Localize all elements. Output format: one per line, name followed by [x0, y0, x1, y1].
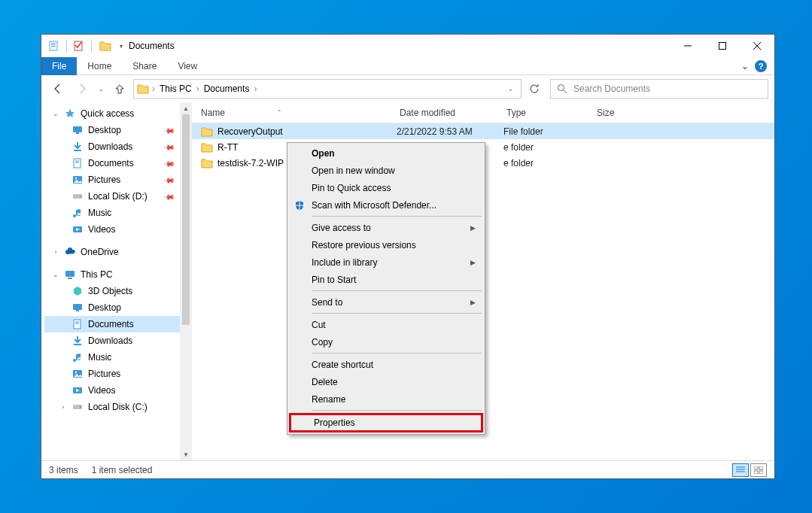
new-folder-qat-icon[interactable] — [71, 38, 87, 54]
sidebar-item-desktop[interactable]: Desktop📌 — [44, 122, 192, 138]
pin-icon: 📌 — [163, 174, 175, 186]
ctx-pin-quick-access[interactable]: Pin to Quick access — [289, 179, 483, 196]
column-type[interactable]: Type — [497, 102, 588, 123]
details-view-icon[interactable] — [732, 463, 749, 477]
address-dropdown-icon[interactable]: ⌄ — [501, 80, 519, 98]
tab-file[interactable]: File — [41, 57, 77, 75]
sidebar-item-documents[interactable]: Documents📌 — [44, 155, 192, 172]
svg-rect-24 — [73, 304, 82, 310]
crumb-sep-icon[interactable]: › — [254, 83, 257, 94]
explorer-window: ▾ Documents File Home Share View ⌄ ? ⌄ ›… — [41, 34, 775, 479]
ctx-pin-start[interactable]: Pin to Start — [289, 271, 483, 288]
sidebar-onedrive[interactable]: ›OneDrive — [44, 244, 192, 260]
large-icons-view-icon[interactable] — [750, 463, 767, 477]
ctx-separator — [312, 410, 482, 411]
ctx-separator — [312, 216, 482, 217]
download-icon — [71, 335, 84, 347]
forward-button[interactable] — [71, 78, 93, 99]
svg-rect-1 — [51, 43, 56, 44]
file-row-recoveryoutput[interactable]: RecoveryOutput 2/21/2022 9:53 AM File fo… — [192, 123, 774, 139]
sidebar-item-music[interactable]: Music — [44, 205, 192, 221]
sidebar-item-pictures-pc[interactable]: Pictures — [44, 366, 192, 382]
nav-pane: ⌄Quick access Desktop📌 Downloads📌 Docume… — [41, 102, 192, 460]
refresh-button[interactable] — [525, 79, 544, 99]
scroll-up-icon[interactable]: ▲ — [180, 102, 192, 114]
sidebar-item-videos[interactable]: Videos — [44, 221, 192, 238]
ctx-open[interactable]: Open — [289, 144, 483, 162]
view-switcher — [732, 463, 767, 477]
sidebar-item-local-disk-c[interactable]: ›Local Disk (C:) — [44, 399, 192, 415]
ctx-scan-defender[interactable]: Scan with Microsoft Defender... — [289, 196, 483, 214]
sidebar-this-pc[interactable]: ⌄This PC — [44, 266, 192, 283]
chevron-right-icon: ▶ — [470, 299, 476, 306]
3d-icon — [71, 285, 84, 297]
properties-qat-icon[interactable] — [46, 38, 62, 54]
ctx-create-shortcut[interactable]: Create shortcut — [289, 356, 483, 373]
sidebar-item-documents-pc[interactable]: Documents — [44, 316, 192, 332]
ribbon-expand-icon[interactable]: ⌄ — [741, 61, 749, 71]
quick-access-toolbar: ▾ — [41, 38, 126, 54]
context-menu: Open Open in new window Pin to Quick acc… — [287, 142, 485, 435]
pin-icon: 📌 — [163, 190, 175, 202]
document-icon — [71, 318, 84, 330]
ctx-separator — [312, 290, 482, 291]
tab-share[interactable]: Share — [122, 57, 167, 75]
tab-home[interactable]: Home — [77, 57, 122, 75]
up-button[interactable] — [109, 78, 130, 99]
sidebar-item-downloads-pc[interactable]: Downloads — [44, 332, 192, 349]
ctx-restore-versions[interactable]: Restore previous versions — [289, 236, 483, 253]
sidebar-item-downloads[interactable]: Downloads📌 — [44, 138, 192, 155]
sidebar-item-videos-pc[interactable]: Videos — [44, 382, 192, 399]
search-icon — [557, 83, 567, 94]
ctx-cut[interactable]: Cut — [289, 316, 483, 333]
video-icon — [71, 223, 84, 235]
column-headers: Name˄ Date modified Type Size — [192, 102, 774, 123]
svg-rect-14 — [74, 159, 81, 168]
search-input[interactable]: Search Documents — [550, 79, 768, 99]
sidebar-item-local-disk-d[interactable]: Local Disk (D:)📌 — [44, 188, 192, 205]
ctx-separator — [312, 313, 482, 314]
breadcrumb-thispc[interactable]: This PC — [157, 83, 195, 94]
ctx-open-new-window[interactable]: Open in new window — [289, 162, 483, 179]
scroll-thumb[interactable] — [182, 114, 190, 325]
close-button[interactable] — [740, 35, 774, 57]
sidebar-item-desktop-pc[interactable]: Desktop — [44, 299, 192, 316]
svg-point-34 — [80, 406, 81, 408]
help-icon[interactable]: ? — [755, 60, 767, 72]
ctx-properties[interactable]: Properties — [289, 413, 483, 433]
address-bar[interactable]: › This PC › Documents › ⌄ — [133, 79, 522, 99]
address-folder-icon — [135, 81, 151, 96]
sidebar-quick-access[interactable]: ⌄Quick access — [44, 105, 192, 122]
sidebar-item-music-pc[interactable]: Music — [44, 349, 192, 366]
column-size[interactable]: Size — [588, 102, 648, 123]
maximize-button[interactable] — [705, 35, 740, 57]
crumb-sep-icon[interactable]: › — [196, 83, 199, 94]
qat-separator — [66, 39, 67, 53]
tab-view[interactable]: View — [167, 57, 208, 75]
sidebar-item-pictures[interactable]: Pictures📌 — [44, 172, 192, 188]
ctx-rename[interactable]: Rename — [289, 390, 483, 408]
status-selected-count: 1 item selected — [92, 465, 153, 475]
back-button[interactable] — [47, 78, 68, 99]
qat-dropdown-icon[interactable]: ▾ — [117, 38, 126, 54]
video-icon — [71, 384, 84, 396]
minimize-button[interactable] — [671, 35, 705, 57]
sidebar-item-3d-objects[interactable]: 3D Objects — [44, 283, 192, 299]
shield-icon — [293, 199, 306, 211]
ctx-include-library[interactable]: Include in library▶ — [289, 253, 483, 271]
ctx-send-to[interactable]: Send to▶ — [289, 293, 483, 311]
search-placeholder: Search Documents — [573, 83, 650, 94]
breadcrumb-documents[interactable]: Documents — [201, 83, 253, 94]
scroll-down-icon[interactable]: ▼ — [180, 448, 192, 460]
ribbon-tabs: File Home Share View ⌄ ? — [41, 57, 774, 75]
column-date[interactable]: Date modified — [391, 102, 497, 123]
ctx-delete[interactable]: Delete — [289, 373, 483, 390]
sidebar-scrollbar[interactable]: ▲ ▼ — [180, 102, 192, 460]
recent-dropdown-icon[interactable]: ⌄ — [96, 78, 106, 99]
ctx-copy[interactable]: Copy — [289, 333, 483, 351]
pictures-icon — [71, 368, 84, 380]
ctx-give-access[interactable]: Give access to▶ — [289, 219, 483, 236]
column-name[interactable]: Name˄ — [192, 102, 391, 123]
crumb-sep-icon[interactable]: › — [152, 83, 155, 94]
sort-indicator-icon: ˄ — [278, 109, 281, 117]
